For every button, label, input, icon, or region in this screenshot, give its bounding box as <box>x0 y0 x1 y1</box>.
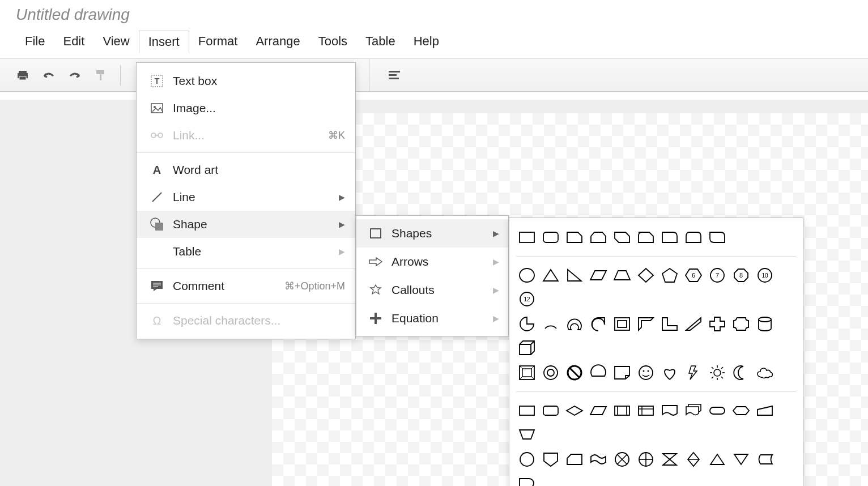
submenu-arrows[interactable]: Arrows ▶ <box>356 248 508 276</box>
shape-teardrop[interactable] <box>588 313 609 335</box>
shape-round-same[interactable] <box>683 227 704 248</box>
shapes-row-flow-1 <box>516 400 796 445</box>
shape-snip-single[interactable] <box>564 227 585 248</box>
shape-cube[interactable] <box>516 337 538 359</box>
shape-chord[interactable] <box>588 362 609 383</box>
shape-rect[interactable] <box>516 227 538 248</box>
shape-round-diag[interactable] <box>707 227 728 248</box>
shape-parallelogram[interactable] <box>588 265 609 286</box>
menu-help[interactable]: Help <box>405 31 448 53</box>
menu-tools[interactable]: Tools <box>309 31 356 53</box>
shape-decagon[interactable]: 10 <box>754 265 776 286</box>
shape-stored[interactable] <box>754 449 776 470</box>
insert-special-chars: Ω Special characters... <box>137 307 355 334</box>
shape-trapezoid[interactable] <box>611 265 633 286</box>
insert-line[interactable]: Line ▶ <box>137 184 355 211</box>
shape-snip-diag[interactable] <box>611 227 633 248</box>
insert-textbox[interactable]: T Text box <box>137 67 355 95</box>
shape-pentagon[interactable] <box>659 265 680 286</box>
shape-heart[interactable] <box>659 362 680 383</box>
shape-lightning[interactable] <box>683 362 704 383</box>
shape-snip-same[interactable] <box>588 227 609 248</box>
shape-diag-stripe[interactable] <box>683 313 704 335</box>
shape-octagon[interactable]: 8 <box>730 265 752 286</box>
shape-heptagon[interactable]: 7 <box>707 265 728 286</box>
paint-format-button[interactable] <box>92 66 110 84</box>
shape-flow-connector[interactable] <box>516 449 538 470</box>
menu-file[interactable]: File <box>16 31 54 53</box>
document-title[interactable]: Untitled drawing <box>16 6 868 24</box>
align-button[interactable] <box>385 66 403 84</box>
shape-rounded-rect[interactable] <box>540 227 561 248</box>
shape-moon[interactable] <box>730 362 752 383</box>
shape-diamond[interactable] <box>635 265 657 286</box>
shape-circle[interactable] <box>516 265 538 286</box>
shape-flow-offpage[interactable] <box>540 449 561 470</box>
shapes-icon <box>365 227 386 240</box>
shape-merge[interactable] <box>730 449 752 470</box>
insert-wordart[interactable]: A Word art <box>137 156 355 184</box>
shape-round-single[interactable] <box>659 227 680 248</box>
shape-collate[interactable] <box>659 449 680 470</box>
shape-summing[interactable] <box>611 449 633 470</box>
menu-arrange[interactable]: Arrange <box>246 31 309 53</box>
shape-donut[interactable] <box>540 362 561 383</box>
submenu-callouts[interactable]: Callouts ▶ <box>356 276 508 304</box>
shape-flow-process[interactable] <box>516 400 538 421</box>
shape-arc[interactable] <box>540 313 561 335</box>
shape-flow-multidoc[interactable] <box>683 400 704 421</box>
print-button[interactable] <box>14 66 32 84</box>
shape-cloud[interactable] <box>754 362 776 383</box>
shape-plaque[interactable] <box>730 313 752 335</box>
shape-sort[interactable] <box>683 449 704 470</box>
submenu-equation[interactable]: Equation ▶ <box>356 304 508 332</box>
shape-flow-manual-op[interactable] <box>516 424 538 445</box>
shape-delay[interactable] <box>516 472 538 486</box>
shape-folded-corner[interactable] <box>611 362 633 383</box>
shape-flow-internal[interactable] <box>635 400 657 421</box>
shape-flow-card[interactable] <box>564 449 585 470</box>
shape-frame[interactable] <box>611 313 633 335</box>
shape-flow-decision[interactable] <box>564 400 585 421</box>
shape-or[interactable] <box>635 449 657 470</box>
shape-half-frame[interactable] <box>635 313 657 335</box>
menu-format[interactable]: Format <box>189 31 247 53</box>
shape-flow-alt-process[interactable] <box>540 400 561 421</box>
shape-cross[interactable] <box>707 313 728 335</box>
shape-flow-predef[interactable] <box>611 400 633 421</box>
menu-edit[interactable]: Edit <box>54 31 93 53</box>
shape-dodecagon[interactable]: 12 <box>516 288 538 310</box>
shape-triangle[interactable] <box>540 265 561 286</box>
submenu-shapes[interactable]: Shapes ▶ <box>356 219 508 248</box>
shape-bevel[interactable] <box>516 362 538 383</box>
shape-flow-document[interactable] <box>659 400 680 421</box>
shape-right-triangle[interactable] <box>564 265 585 286</box>
shape-can[interactable] <box>754 313 776 335</box>
shape-extract[interactable] <box>707 449 728 470</box>
svg-rect-14 <box>155 135 159 136</box>
insert-shape[interactable]: Shape ▶ <box>137 211 355 238</box>
shape-snip-round[interactable] <box>635 227 657 248</box>
shape-hexagon[interactable]: 6 <box>683 265 704 286</box>
shape-flow-terminator[interactable] <box>707 400 728 421</box>
svg-point-72 <box>520 453 534 466</box>
insert-table[interactable]: Table ▶ <box>137 238 355 265</box>
shape-smiley[interactable] <box>635 362 657 383</box>
shape-block-arc[interactable] <box>564 313 585 335</box>
undo-button[interactable] <box>40 66 58 84</box>
shape-no-symbol[interactable] <box>564 362 585 383</box>
menu-table[interactable]: Table <box>356 31 405 53</box>
redo-button[interactable] <box>66 66 84 84</box>
shape-l-shape[interactable] <box>659 313 680 335</box>
svg-text:A: A <box>153 164 161 176</box>
shape-sun[interactable] <box>707 362 728 383</box>
menu-view[interactable]: View <box>93 31 138 53</box>
insert-comment[interactable]: Comment ⌘+Option+M <box>137 272 355 300</box>
shape-flow-tape[interactable] <box>588 449 609 470</box>
shape-flow-prep[interactable] <box>730 400 752 421</box>
menu-insert[interactable]: Insert <box>139 31 189 53</box>
shape-flow-data[interactable] <box>588 400 609 421</box>
shape-flow-manual-input[interactable] <box>754 400 776 421</box>
insert-image[interactable]: Image... <box>137 95 355 122</box>
shape-pie[interactable] <box>516 313 538 335</box>
